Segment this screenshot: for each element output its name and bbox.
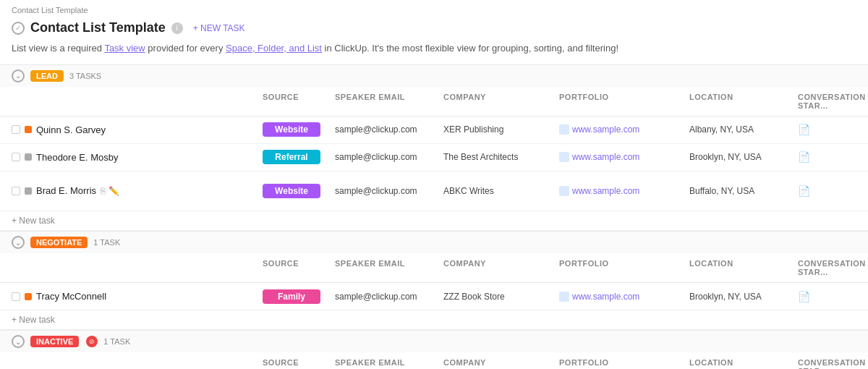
source-badge-website[interactable]: Website <box>263 122 320 137</box>
task-checkbox[interactable] <box>12 125 20 134</box>
task-name-cell: Theodore E. Mosby <box>0 148 257 167</box>
task-name[interactable]: Tracy McConnell <box>36 291 106 302</box>
col-name <box>0 256 257 279</box>
location-cell: Buffalo, NY, USA <box>684 182 792 200</box>
task-view-link[interactable]: Task view <box>104 43 145 54</box>
doc-icon: 📄 <box>798 151 810 163</box>
group-inactive: ⌄ INACTIVE ⊘ 1 TASK SOURCE SPEAKER EMAIL… <box>0 330 868 369</box>
source-badge-website[interactable]: Website <box>263 184 320 198</box>
page-title: Contact List Template <box>30 20 166 35</box>
col-email: SPEAKER EMAIL <box>329 90 438 113</box>
company-cell: ZZZ Book Store <box>438 287 553 306</box>
conversation-cell: 📄 <box>792 181 868 201</box>
col-company: COMPANY <box>438 256 553 279</box>
portfolio-icon <box>559 152 569 162</box>
col-conversation: CONVERSATION STAR... <box>792 256 868 279</box>
task-checkbox[interactable] <box>12 292 20 301</box>
task-priority <box>25 187 32 195</box>
conversation-cell: 📄 <box>792 287 868 307</box>
doc-icon: 📄 <box>798 185 810 197</box>
email-cell: sample@clickup.com <box>329 148 438 166</box>
group-lead-badge: LEAD <box>30 70 64 82</box>
col-location: LOCATION <box>684 355 792 369</box>
group-inactive-badge: INACTIVE <box>30 336 79 347</box>
group-negotiate-count: 1 TASK <box>93 238 120 247</box>
info-icon[interactable]: i <box>171 22 183 34</box>
source-cell: Referral <box>257 147 329 167</box>
group-negotiate-badge: NEGOTIATE <box>30 237 88 248</box>
source-badge-family[interactable]: Family <box>263 289 320 304</box>
task-checkbox[interactable] <box>12 187 20 195</box>
table-container: ⌄ LEAD 3 TASKS SOURCE SPEAKER EMAIL COMP… <box>0 64 868 370</box>
group-lead: ⌄ LEAD 3 TASKS SOURCE SPEAKER EMAIL COMP… <box>0 64 868 232</box>
task-priority <box>25 126 32 133</box>
conversation-cell: 📄 <box>792 147 868 167</box>
company-cell: XER Publishing <box>438 120 553 139</box>
portfolio-icon <box>559 292 569 302</box>
location-cell: Brooklyn, NY, USA <box>684 148 792 166</box>
portfolio-cell: www.sample.com <box>553 120 684 139</box>
doc-icon: 📄 <box>798 124 810 135</box>
source-cell: Website <box>257 181 329 201</box>
table-row: Tracy McConnell Family sample@clickup.co… <box>0 283 868 310</box>
col-conversation: CONVERSATION STAR... <box>792 90 868 113</box>
portfolio-icon <box>559 124 569 135</box>
new-task-row[interactable]: + New task <box>0 211 868 231</box>
new-task-row[interactable]: + New task <box>0 310 868 330</box>
page-header: ✓ Contact List Template i + NEW TASK <box>0 16 868 38</box>
col-name <box>0 355 257 369</box>
group-lead-header: ⌄ LEAD 3 TASKS <box>0 64 868 87</box>
portfolio-link[interactable]: www.sample.com <box>572 124 639 135</box>
group-lead-count: 3 TASKS <box>69 72 101 80</box>
table-row: Theodore E. Mosby Referral sample@clicku… <box>0 144 868 171</box>
col-location: LOCATION <box>684 90 792 113</box>
task-name[interactable]: Brad E. Morris <box>36 185 96 196</box>
portfolio-cell: www.sample.com <box>553 148 684 166</box>
header-toggle-icon[interactable]: ✓ <box>12 22 25 35</box>
table-row: Quinn S. Garvey Website sample@clickup.c… <box>0 116 868 144</box>
source-cell: Website <box>257 119 329 140</box>
portfolio-icon <box>559 186 569 196</box>
col-portfolio: PORTFOLIO <box>553 355 684 369</box>
col-location: LOCATION <box>684 256 792 279</box>
col-source: SOURCE <box>257 355 329 369</box>
task-name-cell: Quinn S. Garvey <box>0 120 257 140</box>
new-task-button[interactable]: + NEW TASK <box>189 22 250 35</box>
group-inactive-header: ⌄ INACTIVE ⊘ 1 TASK <box>0 330 868 352</box>
portfolio-cell: www.sample.com <box>553 182 684 200</box>
col-headers-negotiate: SOURCE SPEAKER EMAIL COMPANY PORTFOLIO L… <box>0 253 868 283</box>
inactive-warning-icon: ⊘ <box>86 336 98 347</box>
task-priority <box>25 153 32 161</box>
doc-icon: 📄 <box>798 291 810 302</box>
group-negotiate-toggle[interactable]: ⌄ <box>12 236 25 249</box>
group-inactive-toggle[interactable]: ⌄ <box>12 335 25 348</box>
copy-icon[interactable]: ⎘ <box>101 186 106 196</box>
task-priority <box>25 293 32 300</box>
portfolio-link[interactable]: www.sample.com <box>572 152 639 162</box>
task-name[interactable]: Theodore E. Mosby <box>36 152 118 163</box>
source-badge-referral[interactable]: Referral <box>263 150 320 164</box>
col-source: SOURCE <box>257 90 329 113</box>
company-cell: The Best Architects <box>438 148 553 166</box>
task-checkbox[interactable] <box>12 153 20 161</box>
location-cell: Brooklyn, NY, USA <box>684 287 792 306</box>
col-headers-inactive: SOURCE SPEAKER EMAIL COMPANY PORTFOLIO L… <box>0 352 868 369</box>
email-cell: sample@clickup.com <box>329 120 438 139</box>
group-lead-toggle[interactable]: ⌄ <box>12 69 25 82</box>
col-name <box>0 90 257 113</box>
col-email: SPEAKER EMAIL <box>329 256 438 279</box>
col-email: SPEAKER EMAIL <box>329 355 438 369</box>
group-negotiate: ⌄ NEGOTIATE 1 TASK SOURCE SPEAKER EMAIL … <box>0 231 868 330</box>
portfolio-link[interactable]: www.sample.com <box>572 186 639 196</box>
edit-icon[interactable]: ✏️ <box>109 186 119 196</box>
company-cell: ABKC Writes <box>438 182 553 200</box>
table-row: Brad E. Morris ⎘ ✏️ Website sample@click… <box>0 171 868 212</box>
portfolio-link[interactable]: www.sample.com <box>572 292 639 302</box>
location-cell: Albany, NY, USA <box>684 120 792 139</box>
task-name[interactable]: Quinn S. Garvey <box>36 124 106 135</box>
col-company: COMPANY <box>438 90 553 113</box>
col-company: COMPANY <box>438 355 553 369</box>
group-inactive-count: 1 TASK <box>103 337 130 346</box>
space-folder-list-link[interactable]: Space, Folder, and List <box>226 43 322 54</box>
col-conversation: CONVERSATION STAR... <box>792 355 868 369</box>
